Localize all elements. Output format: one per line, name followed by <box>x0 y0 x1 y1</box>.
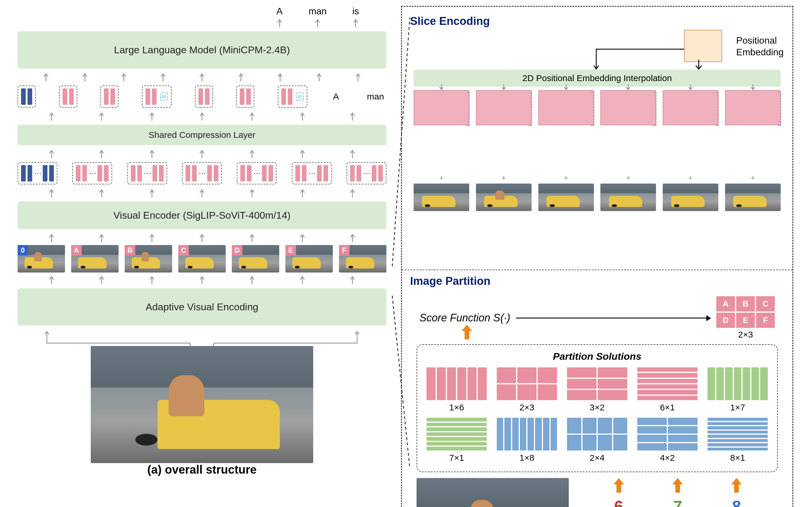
arrow-up-icon <box>260 72 299 81</box>
partition-row: 7×11×82×44×28×1 <box>426 417 768 463</box>
arrow-up-icon <box>227 275 277 284</box>
plus-icon: + <box>600 173 656 182</box>
token-group <box>195 86 213 108</box>
slice-thumb: C <box>178 245 226 273</box>
slice-tag: C <box>178 245 189 256</box>
arrow-up-icon <box>339 72 378 81</box>
arrow-up-icon <box>177 275 227 284</box>
token-group: \n <box>142 86 172 108</box>
slice-tag: E <box>285 245 296 256</box>
slice-thumb: B <box>476 183 532 211</box>
token-group <box>236 86 254 108</box>
text-token: man <box>365 92 387 102</box>
arrow-up-icon <box>76 188 126 197</box>
pos-embed-connector <box>590 40 684 70</box>
slice-thumb: C <box>538 183 594 211</box>
result-cell: D <box>716 313 735 328</box>
plus-icon: + <box>414 173 469 182</box>
section-divider <box>402 270 793 270</box>
partition-label: 1×6 <box>426 402 487 412</box>
slice-thumb: A <box>414 183 469 211</box>
arrow-up-icon <box>127 149 177 158</box>
slice-thumb: E <box>285 245 333 273</box>
token-group: ⋯ <box>237 162 277 184</box>
text-token: A <box>331 92 341 102</box>
slice-embedding <box>725 90 781 125</box>
slice-thumb: B <box>125 245 172 273</box>
output-token: A <box>269 6 290 17</box>
slice-thumb: F <box>725 183 781 211</box>
orange-arrow-up-icon <box>460 325 473 340</box>
partition-option: 1×6 <box>426 367 487 412</box>
arrow-up-icon <box>328 275 378 284</box>
partition-row: 1×62×33×26×11×7 <box>426 367 768 412</box>
arrows-encoder-in <box>26 233 378 242</box>
partition-label: 8×1 <box>707 453 768 463</box>
partition-label: 4×2 <box>637 453 698 463</box>
partition-solutions-box: Partition Solutions 1×62×33×26×11×7 7×11… <box>416 344 778 472</box>
partition-option: 6×1 <box>637 367 698 412</box>
slice-embedding <box>600 90 656 125</box>
result-caption: 2×3 <box>716 330 775 340</box>
partition-option: 2×4 <box>566 417 628 463</box>
arrow-up-icon <box>227 112 277 121</box>
slice-tag: D <box>232 245 242 256</box>
token-group: ⋯ <box>72 162 112 184</box>
token-group: ⋯ <box>127 162 167 184</box>
arrow-up-icon <box>299 72 338 81</box>
slice-embed-row <box>414 90 781 125</box>
slice-tag: F <box>339 245 349 256</box>
arrow-up-icon <box>227 233 277 242</box>
slice-thumb: D <box>232 245 279 273</box>
slice-thumb: A <box>71 245 119 273</box>
slice-tag: A <box>71 245 82 256</box>
newline-token: \n <box>160 93 168 101</box>
selected-partition: A B C D E F 2×3 <box>716 296 775 340</box>
token-group <box>100 86 119 108</box>
visual-encoder-block: Visual Encoder (SigLIP-SoViT-400m/14) <box>17 202 387 229</box>
arrow-up-icon <box>227 149 277 158</box>
result-cell: F <box>756 313 775 328</box>
arrow-up-icon <box>177 233 227 242</box>
input-image <box>416 478 569 507</box>
llm-block: Large Language Model (MiniCPM-2.4B) <box>17 31 387 68</box>
arrow-up-icon <box>328 233 378 242</box>
partition-label: 1×7 <box>707 402 768 412</box>
arrow-up-icon <box>76 233 126 242</box>
output-tokens: A man is <box>6 6 366 17</box>
slice-tag: B <box>125 245 135 256</box>
arrow-up-icon <box>177 112 227 121</box>
plus-icon: + <box>476 173 532 182</box>
arrow-up-icon <box>26 233 76 242</box>
partition-option: 7×1 <box>426 417 487 463</box>
compressed-token-row: \n \n A man <box>17 86 387 108</box>
ideal-slice-row: 6 7 8 N = ⌈6.5⌉ = 7 Ideal Slice Number <box>416 478 778 507</box>
slice-encoding-title: Slice Encoding <box>410 15 787 27</box>
positional-embedding-label: Positional Embedding <box>736 35 784 58</box>
partition-label: 1×8 <box>496 453 558 463</box>
arrow-up-icon <box>26 72 65 81</box>
arrow-up-icon <box>26 112 76 121</box>
output-token: man <box>307 6 328 17</box>
arrow-up-icon <box>222 72 260 81</box>
arrow-up-icon <box>26 188 76 197</box>
candidate-number: 8 <box>732 497 741 507</box>
partition-label: 2×3 <box>496 402 558 412</box>
plus-icon: + <box>538 173 594 182</box>
partition-option: 2×3 <box>496 367 558 412</box>
token-group: ⋯ <box>347 162 387 184</box>
arrow-up-icon <box>177 149 227 158</box>
token-group: ⋯ <box>182 162 222 184</box>
token-group <box>17 86 36 108</box>
partition-label: 2×4 <box>566 453 628 463</box>
score-function-row: Score Function S(·) A B C D E F 2×3 <box>419 296 775 340</box>
result-cell: B <box>736 296 755 312</box>
partition-solutions-title: Partition Solutions <box>426 351 768 362</box>
compression-block: Shared Compression Layer <box>17 125 387 145</box>
slice-tag: 0 <box>17 245 28 256</box>
arrow-up-icon <box>277 233 327 242</box>
arrow-up-icon <box>127 275 177 284</box>
arrow-up-icon <box>328 149 378 158</box>
arrow-up-icon <box>127 188 177 197</box>
partition-option: 4×2 <box>637 417 698 463</box>
